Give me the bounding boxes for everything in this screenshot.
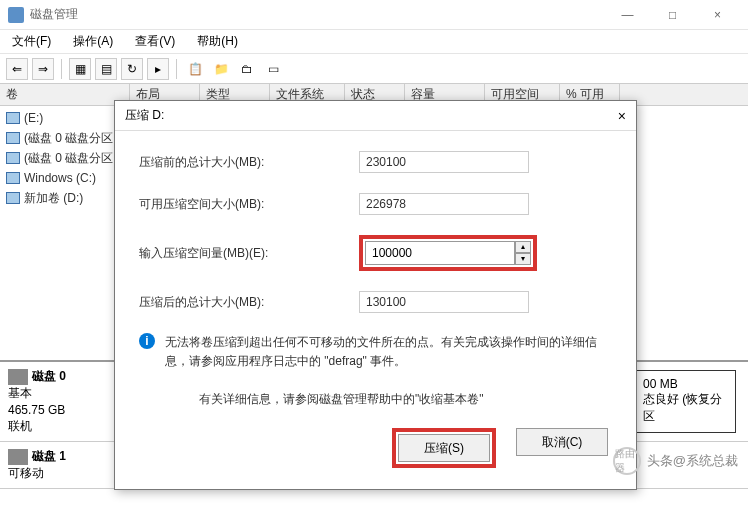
label-available-space: 可用压缩空间大小(MB):: [139, 196, 359, 213]
value-available-space: 226978: [359, 193, 529, 215]
partition-status: 态良好 (恢复分区: [643, 391, 729, 425]
maximize-button[interactable]: □: [650, 0, 695, 30]
volume-icon: [6, 132, 20, 144]
menu-action[interactable]: 操作(A): [67, 31, 119, 52]
label-shrink-amount: 输入压缩空间量(MB)(E):: [139, 245, 359, 262]
toolbar-icon-5[interactable]: 📋: [184, 58, 206, 80]
back-button[interactable]: ⇐: [6, 58, 28, 80]
dialog-title: 压缩 D:: [125, 107, 596, 124]
close-button[interactable]: ×: [695, 0, 740, 30]
disk1-type: 可移动: [8, 465, 111, 482]
window-title: 磁盘管理: [30, 6, 605, 23]
toolbar: ⇐ ⇒ ▦ ▤ ↻ ▸ 📋 📁 🗀 ▭: [0, 54, 748, 84]
disk0-size: 465.75 GB: [8, 402, 111, 419]
toolbar-icon-4[interactable]: ▸: [147, 58, 169, 80]
cancel-button[interactable]: 取消(C): [516, 428, 608, 456]
shrink-amount-input[interactable]: [365, 241, 515, 265]
disk0-name: 磁盘 0: [32, 369, 66, 383]
label-total-before: 压缩前的总计大小(MB):: [139, 154, 359, 171]
volume-icon: [6, 152, 20, 164]
volume-name: 新加卷 (D:): [24, 190, 83, 207]
info-icon: i: [139, 333, 155, 349]
shrink-dialog: 压缩 D: × 压缩前的总计大小(MB): 230100 可用压缩空间大小(MB…: [114, 100, 637, 490]
disk1-name: 磁盘 1: [32, 449, 66, 463]
menu-help[interactable]: 帮助(H): [191, 31, 244, 52]
partition-size: 00 MB: [643, 377, 729, 391]
disk0-type: 基本: [8, 385, 111, 402]
highlight-box-input: ▴ ▾: [359, 235, 537, 271]
help-text: 有关详细信息，请参阅磁盘管理帮助中的"收缩基本卷": [199, 391, 612, 408]
watermark: 路由器 头条@系统总裁: [613, 447, 738, 475]
volume-icon: [6, 112, 20, 124]
disk0-status: 联机: [8, 418, 111, 435]
disk0-partition[interactable]: 00 MB 态良好 (恢复分区: [636, 370, 736, 433]
spin-up-button[interactable]: ▴: [515, 241, 531, 253]
shrink-amount-spinner: ▴ ▾: [365, 241, 531, 265]
app-icon: [8, 7, 24, 23]
volume-name: (E:): [24, 111, 43, 125]
menu-bar: 文件(F) 操作(A) 查看(V) 帮助(H): [0, 30, 748, 54]
shrink-button[interactable]: 压缩(S): [398, 434, 490, 462]
watermark-logo: 路由器: [613, 447, 641, 475]
watermark-text: 头条@系统总裁: [647, 452, 738, 470]
info-text: 无法将卷压缩到超出任何不可移动的文件所在的点。有关完成该操作时间的详细信息，请参…: [165, 333, 612, 371]
volume-icon: [6, 172, 20, 184]
menu-view[interactable]: 查看(V): [129, 31, 181, 52]
volume-name: Windows (C:): [24, 171, 96, 185]
label-total-after: 压缩后的总计大小(MB):: [139, 294, 359, 311]
menu-file[interactable]: 文件(F): [6, 31, 57, 52]
toolbar-icon-2[interactable]: ▤: [95, 58, 117, 80]
info-row: i 无法将卷压缩到超出任何不可移动的文件所在的点。有关完成该操作时间的详细信息，…: [139, 333, 612, 371]
col-volume[interactable]: 卷: [0, 84, 130, 105]
volume-icon: [6, 192, 20, 204]
value-total-before: 230100: [359, 151, 529, 173]
title-bar: 磁盘管理 — □ ×: [0, 0, 748, 30]
toolbar-icon-6[interactable]: 📁: [210, 58, 232, 80]
disk-icon: [8, 449, 28, 465]
volume-name: (磁盘 0 磁盘分区: [24, 150, 113, 167]
dialog-titlebar: 压缩 D: ×: [115, 101, 636, 131]
highlight-box-shrink-button: 压缩(S): [392, 428, 496, 468]
spin-down-button[interactable]: ▾: [515, 253, 531, 265]
toolbar-icon-7[interactable]: 🗀: [236, 58, 258, 80]
toolbar-icon-8[interactable]: ▭: [262, 58, 284, 80]
toolbar-icon-1[interactable]: ▦: [69, 58, 91, 80]
refresh-button[interactable]: ↻: [121, 58, 143, 80]
disk-icon: [8, 369, 28, 385]
dialog-close-button[interactable]: ×: [596, 108, 626, 124]
minimize-button[interactable]: —: [605, 0, 650, 30]
value-total-after: 130100: [359, 291, 529, 313]
forward-button[interactable]: ⇒: [32, 58, 54, 80]
disk0-header[interactable]: 磁盘 0 基本 465.75 GB 联机: [0, 362, 120, 441]
disk1-header[interactable]: 磁盘 1 可移动: [0, 442, 120, 488]
volume-name: (磁盘 0 磁盘分区: [24, 130, 113, 147]
